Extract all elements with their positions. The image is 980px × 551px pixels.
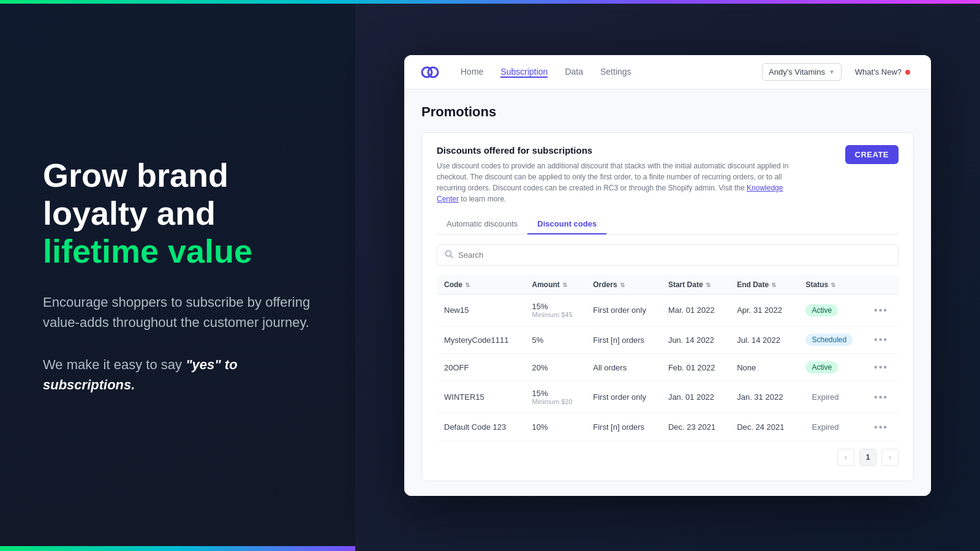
table-row: 20OFF 20% All orders Feb. 01 2022 None A… [437,354,899,381]
row-actions[interactable]: ••• [867,354,899,381]
chevron-down-icon: ▼ [829,69,835,75]
amount-main: 10% [532,422,548,432]
start-date-cell: Mar. 01 2022 [661,294,729,326]
amount-cell: 15%Minimum $20 [524,381,586,413]
status-badge: Scheduled [805,334,853,346]
promo-card-title: Discounts offered for subscriptions [437,145,845,156]
table-row: Default Code 123 10% First [n] orders De… [437,413,899,441]
svg-line-3 [451,256,453,258]
start-date-cell: Jun. 14 2022 [661,326,729,354]
promo-card-desc: Use discount codes to provide an additio… [437,160,792,204]
amount-cell: 20% [524,354,586,381]
start-date-cell: Jan. 01 2022 [661,381,729,413]
title-line2: loyalty and [43,195,216,231]
search-input[interactable] [458,250,891,260]
table-row: WINTER15 15%Minimum $20 First order only… [437,381,899,413]
title-line1: Grow brand [43,157,228,193]
whats-new-label: What's New? [855,67,902,77]
row-actions[interactable]: ••• [867,294,899,326]
nav-home[interactable]: Home [461,67,483,78]
status-cell: Scheduled [798,326,867,354]
nav-links: Home Subscription Data Settings [461,67,762,78]
nav-data[interactable]: Data [565,67,583,78]
status-cell: Active [798,354,867,381]
svg-point-1 [428,67,438,77]
status-badge: Active [805,304,838,317]
col-header-amount[interactable]: Amount⇅ [524,276,586,294]
start-date-cell: Feb. 01 2022 [661,354,729,381]
col-header-actions [867,276,899,294]
end-date-cell: None [729,354,798,381]
right-panel: Home Subscription Data Settings Andy's V… [355,0,980,551]
amount-main: 20% [532,363,548,372]
page-content: Promotions Discounts offered for subscri… [404,89,931,496]
store-selector[interactable]: Andy's Vitamins ▼ [762,63,842,81]
hero-subtitle: Encourage shoppers to subscribe by offer… [43,292,318,332]
create-button[interactable]: CREATE [845,145,899,164]
next-page-button[interactable]: › [881,449,899,466]
orders-cell: All orders [586,354,661,381]
code-cell: WINTER15 [437,381,524,413]
prev-page-button[interactable]: ‹ [837,449,854,466]
row-actions[interactable]: ••• [867,381,899,413]
more-options-icon[interactable]: ••• [874,305,888,315]
hero-cta: We make it easy to say "yes" to subscrip… [43,354,318,395]
code-cell: New15 [437,294,524,326]
end-date-cell: Apr. 31 2022 [729,294,798,326]
tabs: Automatic discounts Discount codes [437,214,899,234]
more-options-icon[interactable]: ••• [874,422,888,432]
more-options-icon[interactable]: ••• [874,334,888,345]
hero-title: Grow brand loyalty and lifetime value [43,156,318,270]
table-row: MysteryCode1111 5% First [n] orders Jun.… [437,326,899,354]
pagination: ‹ 1 › [437,441,899,468]
code-cell: Default Code 123 [437,413,524,441]
promo-header-info: Discounts offered for subscriptions Use … [437,145,845,204]
row-actions[interactable]: ••• [867,326,899,354]
nav-bar: Home Subscription Data Settings Andy's V… [404,55,931,89]
nav-right: Andy's Vitamins ▼ What's New? [762,63,916,81]
nav-subscription[interactable]: Subscription [500,67,548,78]
amount-cell: 15%Minimum $45 [524,294,586,326]
cta-text: We make it easy to say [43,357,186,372]
col-header-status[interactable]: Status⇅ [798,276,867,294]
orders-cell: First order only [586,381,661,413]
whats-new-button[interactable]: What's New? [849,64,916,80]
orders-cell: First [n] orders [586,326,661,354]
nav-settings[interactable]: Settings [600,67,631,78]
orders-cell: First order only [586,294,661,326]
code-cell: 20OFF [437,354,524,381]
knowledge-center-link[interactable]: Knowledge Center [437,184,783,203]
col-header-orders[interactable]: Orders⇅ [586,276,661,294]
promotions-card: Discounts offered for subscriptions Use … [421,132,914,481]
amount-main: 5% [532,335,543,345]
col-header-end-date[interactable]: End Date⇅ [729,276,798,294]
amount-main: 15% [532,389,578,398]
amount-sub: Minimum $45 [532,311,578,318]
amount-cell: 10% [524,413,586,441]
tab-discount-codes[interactable]: Discount codes [527,214,606,234]
end-date-cell: Jul. 14 2022 [729,326,798,354]
status-badge: Expired [805,421,845,433]
col-header-code[interactable]: Code⇅ [437,276,524,294]
page-title: Promotions [421,104,914,120]
status-cell: Active [798,294,867,326]
app-window: Home Subscription Data Settings Andy's V… [404,55,931,496]
code-cell: MysteryCode1111 [437,326,524,354]
tab-automatic-discounts[interactable]: Automatic discounts [437,214,527,234]
more-options-icon[interactable]: ••• [874,392,888,402]
end-date-cell: Jan. 31 2022 [729,381,798,413]
amount-sub: Minimum $20 [532,398,578,405]
current-page[interactable]: 1 [859,449,876,466]
start-date-cell: Dec. 23 2021 [661,413,729,441]
promo-header: Discounts offered for subscriptions Use … [437,145,899,204]
nav-logo [419,61,441,83]
status-cell: Expired [798,381,867,413]
more-options-icon[interactable]: ••• [874,362,888,372]
col-header-start-date[interactable]: Start Date⇅ [661,276,729,294]
notification-dot [905,70,910,75]
row-actions[interactable]: ••• [867,413,899,441]
end-date-cell: Dec. 24 2021 [729,413,798,441]
left-panel: Grow brand loyalty and lifetime value En… [0,0,355,551]
status-cell: Expired [798,413,867,441]
orders-cell: First [n] orders [586,413,661,441]
